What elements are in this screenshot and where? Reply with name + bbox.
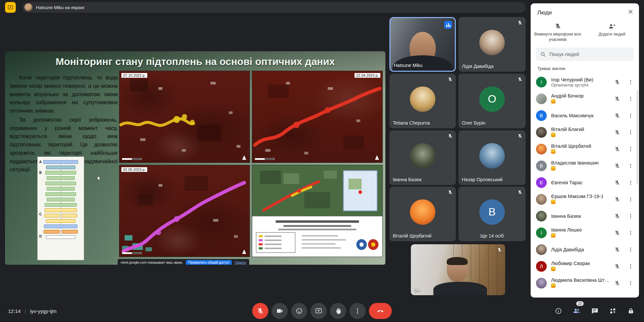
image-date-label: 22.04.2023 р. <box>355 73 380 78</box>
video-tile-ivanna[interactable]: Іванна Базюк <box>389 130 456 185</box>
present-button[interactable] <box>311 303 327 319</box>
reaction-badge <box>551 133 555 137</box>
participant-row: В Владислав Іванишин <box>531 157 639 174</box>
participant-avatar <box>536 211 547 221</box>
present-screen-icon <box>7 4 13 10</box>
participant-avatar: В <box>536 160 547 171</box>
presenting-banner: Hatsune Miku на екрані <box>22 2 526 13</box>
present-screen-icon <box>315 307 322 315</box>
people-panel: Люди Вимкнути мікрофони всіх учасників Д… <box>531 3 639 298</box>
more-options-icon <box>628 79 634 85</box>
people-panel-button[interactable] <box>572 306 581 315</box>
participant-mic-muted-icon <box>614 263 620 269</box>
participant-avatar <box>479 143 505 168</box>
more-options-icon <box>628 146 634 152</box>
participant-row: Людмила Василівна Шт… <box>531 275 639 292</box>
participant-avatar <box>410 199 435 224</box>
participant-options-button[interactable] <box>627 179 634 186</box>
more-options-icon <box>628 129 634 135</box>
mic-toggle-button[interactable] <box>252 303 268 319</box>
participant-options-button[interactable] <box>627 212 634 220</box>
participant-options-button[interactable] <box>627 279 634 287</box>
mic-muted-icon <box>517 20 523 25</box>
tab-sharing-indicator[interactable] <box>5 2 16 13</box>
participant-avatar <box>479 29 505 55</box>
person-add-icon <box>608 23 615 29</box>
reaction-badge <box>551 233 555 238</box>
satellite-image-2022: 07.10.2022 р. <box>119 71 250 163</box>
video-tile-lidiya[interactable]: Лідія Давибіда <box>459 17 526 72</box>
in-call-section-label: Триває виклик <box>537 66 565 71</box>
participant-avatar: І <box>536 228 547 238</box>
activities-button[interactable] <box>608 307 617 315</box>
reaction-badge <box>551 200 555 204</box>
participant-mic-muted-icon <box>614 129 620 135</box>
close-panel-button[interactable] <box>626 7 635 16</box>
participant-options-button[interactable] <box>627 145 634 153</box>
participant-avatar <box>536 194 547 205</box>
panel-scrollbar[interactable] <box>637 90 638 184</box>
participant-mic-muted-icon <box>614 213 620 219</box>
camera-icon <box>276 307 283 315</box>
participant-options-button[interactable] <box>627 246 634 253</box>
chat-button[interactable] <box>590 307 599 315</box>
reaction-badge <box>551 166 555 171</box>
mute-all-button[interactable]: Вимкнути мікрофони всіх учасників <box>531 23 585 42</box>
more-options-icon <box>628 96 634 102</box>
self-view-tile[interactable]: Ви <box>411 244 505 295</box>
participant-options-button[interactable] <box>627 229 634 237</box>
participant-row: Андрій Бочкор <box>531 90 639 107</box>
self-video <box>411 244 505 295</box>
hide-banner-link[interactable]: Скрыть <box>234 261 246 264</box>
people-search-input[interactable] <box>549 52 630 57</box>
more-options-icon <box>354 307 361 315</box>
reactions-button[interactable] <box>291 303 307 319</box>
participant-options-button[interactable] <box>627 162 634 170</box>
slide-image-grid: 07.10.2022 р. 22.04.2023 р. <box>119 71 383 257</box>
stop-sharing-button[interactable]: Прекратить общий доступ <box>186 260 232 265</box>
video-tile-hatsune-miku[interactable]: Hatsune Miku <box>389 17 456 72</box>
end-call-button[interactable] <box>369 303 392 319</box>
participant-options-button[interactable] <box>627 112 634 119</box>
hand-icon <box>334 307 342 315</box>
participant-avatar: Є <box>536 177 547 188</box>
participant-options-button[interactable] <box>627 95 634 103</box>
participant-avatar <box>536 244 547 255</box>
video-tile-tetiana[interactable]: Tetiana Chepurna <box>389 74 456 128</box>
audio-level-icon <box>444 21 452 29</box>
participant-options-button[interactable] <box>627 78 634 86</box>
more-options-button[interactable] <box>350 303 366 319</box>
participant-options-button[interactable] <box>627 196 634 203</box>
raise-hand-button[interactable] <box>330 303 346 319</box>
video-tile-nazar[interactable]: Назар Орловський <box>459 130 526 185</box>
more-options-icon <box>628 213 634 219</box>
satellite-image-2023-april: 22.04.2023 р. <box>252 71 383 163</box>
participant-options-button[interactable] <box>627 129 634 136</box>
scale-bar <box>255 158 274 160</box>
more-participants-label: Ще 14 осіб <box>459 233 526 239</box>
participant-mic-muted-icon <box>614 230 620 236</box>
mouse-cursor <box>96 175 102 182</box>
add-people-button[interactable]: Додати людей <box>585 23 639 42</box>
participant-mic-muted-icon <box>614 146 620 152</box>
participant-list: І Ігор Чепурний (Ви) Організатор зустріч… <box>531 74 639 296</box>
close-icon <box>628 9 634 15</box>
video-tile-vitaliy[interactable]: Віталій Щербатий <box>389 187 456 241</box>
slide-paragraph-1: Коли територія підтоплена, то вода зміню… <box>10 73 118 115</box>
participant-count-badge: 22 <box>576 301 584 306</box>
tile-name: Лідія Давибіда <box>462 64 494 69</box>
camera-toggle-button[interactable] <box>272 303 288 319</box>
participant-row: Єршов Максим ГЗ-19-1 <box>531 191 639 208</box>
participant-row: І Іванна Лешко <box>531 224 639 241</box>
meeting-details-button[interactable] <box>554 307 563 315</box>
host-controls-button[interactable] <box>627 307 635 315</box>
participant-avatar: Л <box>536 261 547 272</box>
video-tile-overflow[interactable]: В Ще 14 осіб <box>459 187 526 241</box>
scale-bar <box>122 252 142 254</box>
self-label: Ви <box>414 287 420 293</box>
tile-name: Іванна Базюк <box>393 177 422 182</box>
video-tile-oleh[interactable]: O Олег Бурін <box>459 74 526 128</box>
mic-off-icon <box>257 307 264 315</box>
mic-muted-icon <box>517 190 523 195</box>
participant-options-button[interactable] <box>627 263 634 270</box>
